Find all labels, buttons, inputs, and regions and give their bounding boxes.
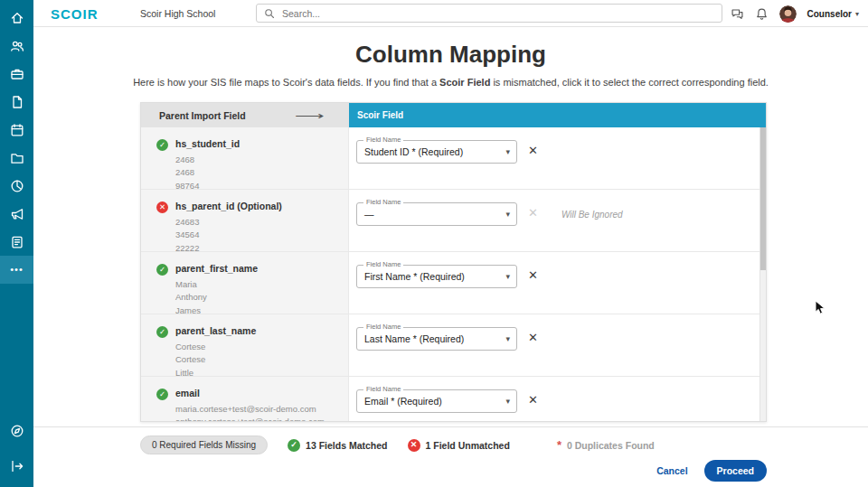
sample-value: 34564 [175, 229, 282, 240]
import-field-cell: ✓ parent_last_name Cortese Cortese Littl… [141, 314, 349, 376]
sidebar-item-colleges[interactable] [0, 60, 33, 88]
main-content: Column Mapping Here is how your SIS file… [33, 27, 868, 487]
chevron-down-icon: ▾ [505, 141, 510, 163]
sidebar-item-calendar[interactable] [0, 116, 33, 144]
mapping-row: ✓ parent_last_name Cortese Cortese Littl… [141, 314, 766, 377]
matched-check-icon: ✓ [156, 264, 168, 276]
select-value: Email * (Required) [357, 390, 516, 412]
clear-mapping-button[interactable]: ✕ [528, 269, 538, 281]
chevron-down-icon: ▾ [855, 10, 859, 18]
select-value: First Name * (Required) [357, 266, 516, 287]
sign-out-icon [10, 459, 24, 473]
document-icon [10, 95, 24, 109]
scoir-field-select[interactable]: Field Name First Name * (Required) ▾ [356, 265, 517, 288]
topbar: SCOIR Scoir High School Counselor ▾ [33, 0, 868, 27]
matched-check-icon: ✓ [288, 439, 300, 452]
col-header-label: Scoir Field [357, 110, 403, 120]
fields-unmatched-stat: ✕ 1 Field Unmatched [408, 439, 510, 452]
import-field-cell: ✕ hs_parent_id (Optional) 24683 34564 22… [141, 190, 349, 251]
fields-unmatched-label: 1 Field Unmatched [426, 440, 510, 451]
scoir-field-cell: Field Name First Name * (Required) ▾ ✕ [349, 252, 766, 314]
folder-icon [10, 151, 24, 165]
col-header-parent-import-field: Parent Import Field ⟶ [141, 103, 349, 127]
unmatched-cross-icon: ✕ [408, 439, 420, 452]
scoir-logo[interactable]: SCOIR [51, 6, 99, 22]
fields-matched-stat: ✓ 13 Fields Matched [288, 439, 387, 452]
sample-value: 24683 [175, 217, 282, 228]
import-field-cell: ✓ email maria.cortese+test@scoir-demo.co… [141, 377, 349, 421]
select-label: Field Name [363, 136, 403, 144]
sidebar-item-logout[interactable] [0, 452, 33, 480]
subtitle-text: is mismatched, click it to select the co… [490, 77, 769, 88]
scoir-field-select[interactable]: Field Name Last Name * (Required) ▾ [356, 327, 517, 351]
search-box [256, 4, 722, 23]
chat-icon[interactable] [731, 7, 744, 21]
select-value: Last Name * (Required) [357, 328, 516, 350]
search-input[interactable] [257, 5, 722, 23]
sample-value: Cortese [175, 342, 256, 352]
import-field-name: email [175, 388, 325, 398]
calendar-icon [10, 123, 24, 137]
sidebar-item-reports[interactable] [0, 172, 33, 200]
sidebar-item-documents[interactable] [0, 88, 33, 116]
sample-value: Cortese [175, 354, 256, 365]
matched-check-icon: ✓ [156, 389, 168, 400]
sidebar-item-files[interactable] [0, 144, 33, 172]
table-header: Parent Import Field ⟶ Scoir Field [141, 103, 766, 127]
sample-value: 2468 [175, 167, 240, 178]
notifications-bell-icon[interactable] [755, 7, 769, 21]
table-body: ✓ hs_student_id 2468 2468 98764 Field Na… [141, 127, 766, 421]
proceed-button[interactable]: Proceed [704, 460, 767, 482]
scrollbar-thumb[interactable] [760, 127, 766, 270]
scoir-field-cell: Field Name — ▾ ✕ Will Be Ignored [349, 190, 766, 251]
user-label: Counselor [807, 9, 852, 19]
duplicates-stat: * 0 Duplicates Found [557, 439, 655, 451]
subtitle-text: Here is how your SIS file maps to Scoir'… [133, 77, 439, 88]
home-icon [10, 11, 24, 25]
sidebar-item-explore[interactable] [0, 417, 33, 445]
import-field-info: parent_first_name Maria Anthony James [175, 263, 258, 314]
fields-matched-label: 13 Fields Matched [306, 440, 387, 451]
chevron-down-icon: ▾ [505, 390, 510, 412]
pie-chart-icon [10, 179, 24, 193]
mapping-row: ✓ hs_student_id 2468 2468 98764 Field Na… [141, 127, 766, 190]
user-menu[interactable]: Counselor ▾ [807, 9, 859, 19]
matched-check-icon: ✓ [156, 326, 168, 338]
search-icon [264, 8, 275, 19]
clear-mapping-button[interactable]: ✕ [528, 394, 538, 406]
scoir-field-select[interactable]: Field Name — ▾ [356, 202, 517, 226]
sidebar-item-home[interactable] [0, 4, 33, 32]
compass-icon [10, 424, 24, 438]
status-summary: 0 Required Fields Missing ✓ 13 Fields Ma… [140, 435, 655, 454]
sample-value: Maria [175, 279, 258, 290]
import-field-info: hs_student_id 2468 2468 98764 [175, 138, 240, 189]
scoir-field-cell: Field Name Student ID * (Required) ▾ ✕ [349, 127, 766, 189]
required-missing-badge: 0 Required Fields Missing [140, 435, 268, 454]
scoir-field-select[interactable]: Field Name Student ID * (Required) ▾ [356, 140, 517, 164]
sidebar-item-students[interactable] [0, 32, 33, 60]
sidebar-item-more[interactable]: ••• [0, 256, 33, 284]
sample-value: maria.cortese+test@scoir-demo.com [175, 404, 325, 415]
scoir-field-select[interactable]: Field Name Email * (Required) ▾ [356, 389, 517, 413]
users-icon [10, 39, 24, 53]
clear-mapping-button[interactable]: ✕ [528, 145, 538, 156]
select-label: Field Name [363, 385, 403, 393]
ignored-note: Will Be Ignored [561, 210, 623, 220]
unmatched-cross-icon: ✕ [156, 201, 168, 213]
asterisk-icon: * [557, 439, 561, 451]
import-field-name: hs_parent_id (Optional) [175, 201, 282, 211]
clear-mapping-button[interactable]: ✕ [528, 332, 538, 343]
mapping-row: ✕ hs_parent_id (Optional) 24683 34564 22… [141, 190, 766, 252]
sidebar-item-announcements[interactable] [0, 200, 33, 228]
arrow-right-icon: ⟶ [294, 109, 324, 122]
avatar[interactable] [779, 5, 797, 23]
import-field-info: hs_parent_id (Optional) 24683 34564 2222… [175, 201, 282, 251]
page-subtitle: Here is how your SIS file maps to Scoir'… [33, 77, 868, 88]
cancel-button[interactable]: Cancel [656, 465, 687, 476]
matched-check-icon: ✓ [156, 139, 168, 151]
scoir-field-cell: Field Name Email * (Required) ▾ ✕ [349, 377, 766, 421]
scrollbar-track[interactable] [760, 127, 766, 421]
mapping-row: ✓ email maria.cortese+test@scoir-demo.co… [141, 377, 766, 421]
subtitle-bold: Scoir Field [439, 77, 490, 88]
sidebar-item-notes[interactable] [0, 228, 33, 256]
